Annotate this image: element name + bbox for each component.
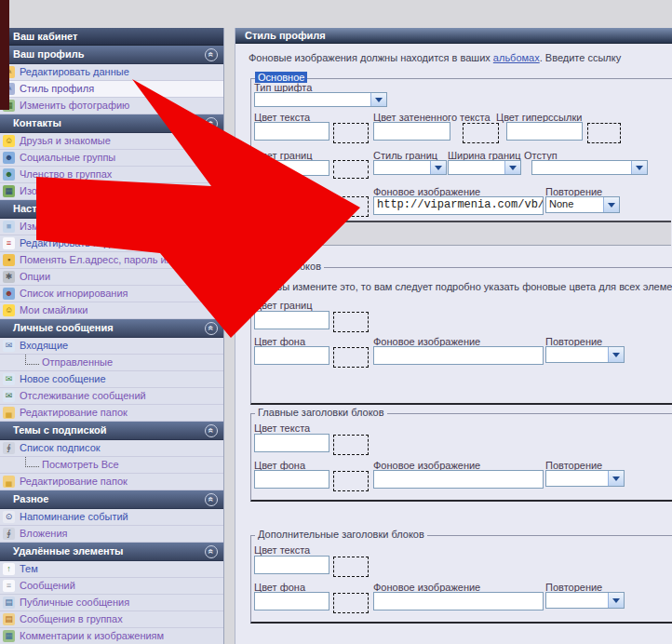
bg-color-swatch[interactable] (333, 593, 369, 613)
repeat-select[interactable] (545, 592, 625, 609)
sidebar-item[interactable]: ≡Сообщений (0, 578, 223, 595)
sidebar-item[interactable]: ☺Мои смайлики (0, 302, 223, 319)
sidebar-item[interactable]: ☺Друзья и знакомые (0, 133, 223, 150)
sidebar-item[interactable]: ▄Редактирование папок (0, 474, 223, 490)
font-type-select[interactable] (254, 92, 387, 107)
sidebar-group-header[interactable]: Разное« (0, 490, 223, 509)
dropdown-button[interactable] (370, 93, 386, 106)
bg-color-swatch[interactable] (333, 471, 369, 491)
sidebar-item[interactable]: ✉Новое сообщение (0, 371, 223, 388)
collapse-icon[interactable]: « (205, 424, 218, 437)
bg-image-input[interactable] (373, 346, 544, 365)
sidebar-item[interactable]: ✎Стиль профиля (0, 81, 223, 98)
sidebar-item[interactable]: ✱Опции (0, 269, 223, 286)
bg-color-swatch[interactable] (333, 347, 369, 368)
sidebar-group-header[interactable]: Личные сообщения« (0, 319, 223, 338)
sidebar-item[interactable]: ⊙Напоминание событий (0, 509, 223, 526)
bg-color-swatch[interactable] (333, 196, 369, 217)
bg-color-input[interactable] (254, 346, 329, 365)
bg-image-input[interactable]: http://viparmenia.com/vb/p (373, 196, 544, 215)
chevron-down-icon (612, 353, 620, 357)
dropdown-button[interactable] (608, 347, 624, 362)
sidebar-item[interactable]: Отправленные (0, 355, 223, 371)
dropdown-button[interactable] (504, 161, 520, 174)
block-legend: Главные заголовки блоков (255, 407, 387, 418)
dropdown-button[interactable] (430, 161, 446, 174)
dropdown-button[interactable] (608, 471, 624, 486)
dropdown-button[interactable] (608, 593, 624, 608)
sidebar-item[interactable]: ∮Вложения (0, 526, 223, 543)
collapse-icon[interactable]: « (205, 117, 218, 130)
sidebar-group-header[interactable]: Настройки« (0, 200, 223, 219)
sidebar-item[interactable]: ▦Комментарии к изображениям (0, 628, 223, 644)
shadow-color-input[interactable] (373, 122, 450, 141)
collapse-icon[interactable]: « (205, 322, 218, 335)
bg-image-input[interactable] (373, 592, 544, 610)
sidebar-item[interactable]: ■Изменить настройки (0, 219, 223, 235)
border-style-select[interactable] (373, 160, 447, 175)
sidebar-item[interactable]: Посмотреть Все (0, 457, 223, 474)
sidebar-item[interactable]: ▤Сообщения в группах (0, 611, 223, 628)
repeat-select[interactable] (545, 346, 625, 363)
sidebar-group-header[interactable]: Удалённые элементы« (0, 543, 223, 561)
page-pub-icon: ▤ (3, 597, 15, 609)
sidebar-item[interactable]: ▄Редактирование папок (0, 405, 223, 422)
sidebar-item[interactable]: ▦Изображения (0, 183, 223, 200)
page: { "colors":{"arrow_red":"#ee0202","maroo… (0, 0, 672, 644)
sidebar-item[interactable]: ∮Список подписок (0, 440, 223, 457)
main-panel: Стиль профиля Фоновые изображения должны… (235, 28, 672, 644)
sidebar-item[interactable]: ✉Входящие (0, 338, 223, 355)
sidebar-item[interactable]: ☻Членство в группах (0, 167, 223, 183)
sidebar-item-label: Изображения (20, 183, 84, 199)
sidebar-group-header[interactable]: Контакты« (0, 114, 223, 133)
sidebar-group-label: Контакты (13, 117, 61, 128)
first-color-input[interactable] (254, 434, 329, 452)
lock-icon: ▪ (3, 254, 15, 266)
sidebar-item-label: Отправленные (42, 355, 113, 370)
sidebar-item[interactable]: ▤Публичные сообщения (0, 595, 223, 611)
sidebar-group-header[interactable]: Ваш профиль« (0, 46, 223, 64)
sidebar-item[interactable]: ☻Социальные группы (0, 150, 223, 167)
repeat-select[interactable] (545, 470, 625, 487)
bg-color-input[interactable] (254, 470, 329, 489)
albums-link[interactable]: альбомах (493, 52, 540, 63)
sidebar-item-label: Изменить фотографию (20, 98, 129, 114)
border-color-swatch[interactable] (333, 160, 369, 179)
padding-select[interactable] (531, 160, 648, 175)
sidebar-group-label: Настройки (13, 203, 67, 214)
sidebar-item[interactable]: ▪Поменять Ел.адресс, пароль или ник (0, 252, 223, 269)
dropdown-button[interactable] (631, 161, 647, 174)
hyperlink-color-swatch[interactable] (587, 123, 621, 143)
bg-color-input[interactable] (254, 592, 329, 610)
text-color-input[interactable] (254, 122, 329, 141)
sidebar-item-label: Социальные группы (20, 150, 115, 166)
tree-connector-icon (25, 457, 39, 467)
first-color-swatch[interactable] (333, 557, 369, 577)
sidebar-item[interactable]: ≡Редактировать подпись (0, 235, 223, 252)
border-width-select[interactable] (448, 160, 521, 175)
first-color-swatch[interactable] (333, 312, 369, 332)
sidebar-item[interactable]: ✉Отслеживание сообщений (0, 388, 223, 405)
sidebar-item-label: Напоминание событий (20, 509, 128, 525)
first-color-swatch[interactable] (333, 435, 369, 455)
shadow-color-swatch[interactable] (463, 123, 499, 143)
sidebar-item[interactable]: ✎Редактировать данные (0, 64, 223, 81)
collapse-icon[interactable]: « (205, 545, 218, 558)
border-color-input[interactable] (254, 160, 329, 176)
bg-image-input[interactable] (373, 470, 544, 489)
sidebar-item[interactable]: ▦Изменить фотографию (0, 98, 223, 114)
collapse-icon[interactable]: « (205, 203, 218, 216)
text-color-swatch[interactable] (333, 123, 369, 143)
first-color-input[interactable] (254, 556, 329, 574)
repeat-select[interactable]: None (545, 196, 620, 213)
collapse-icon[interactable]: « (205, 48, 218, 61)
dropdown-button[interactable] (603, 197, 619, 212)
sidebar-group-label: Удалённые элементы (13, 545, 124, 557)
sidebar-group-label: Ваш профиль (13, 48, 85, 60)
hyperlink-color-input[interactable] (506, 122, 583, 141)
collapse-icon[interactable]: « (205, 493, 218, 506)
first-color-input[interactable] (254, 311, 329, 329)
sidebar-group-header[interactable]: Темы с подпиской« (0, 422, 223, 440)
sidebar-item[interactable]: ↑Тем (0, 561, 223, 578)
sidebar-item[interactable]: ☻Список игнорирования (0, 286, 223, 302)
